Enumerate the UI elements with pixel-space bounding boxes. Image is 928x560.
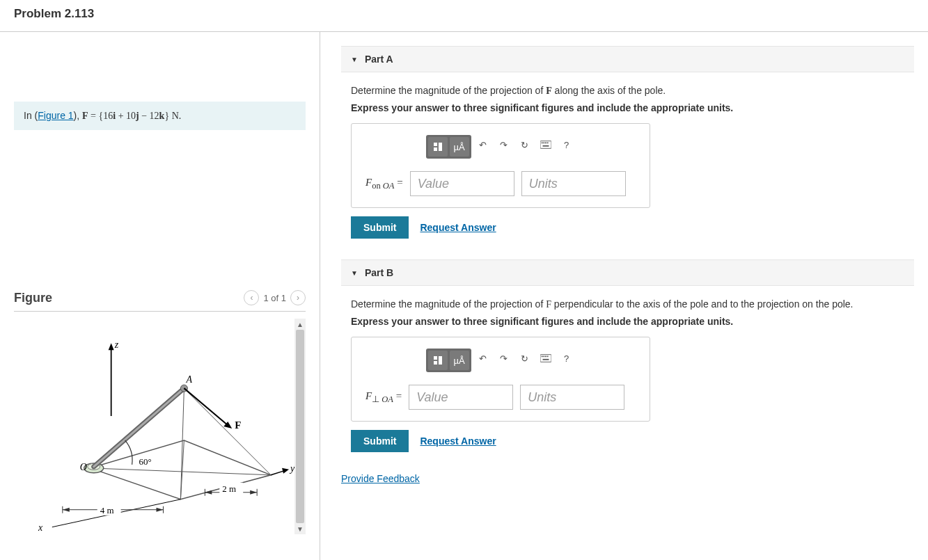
svg-rect-41: [434, 361, 437, 365]
keyboard-icon[interactable]: [537, 135, 555, 154]
svg-marker-21: [63, 508, 70, 512]
svg-line-13: [184, 388, 229, 426]
part-b-instruction: Determine the magnitude of the projectio…: [351, 298, 904, 310]
figure-section: Figure ‹ 1 of 1 ›: [14, 290, 306, 534]
part-a-units-input[interactable]: Units: [521, 171, 626, 196]
figure-header: Figure ‹ 1 of 1 ›: [14, 290, 306, 312]
svg-rect-35: [543, 142, 544, 143]
chevron-down-icon: ▼: [351, 56, 358, 63]
chevron-down-icon: ▼: [351, 269, 358, 277]
main-layout: In (Figure 1), F = {16i + 10j − 12k} N. …: [0, 32, 928, 560]
part-a-request-answer-link[interactable]: Request Answer: [420, 222, 496, 233]
angle-label: 60°: [139, 456, 152, 467]
keyboard-icon[interactable]: [537, 349, 555, 368]
svg-rect-47: [542, 359, 549, 360]
svg-rect-46: [546, 355, 548, 357]
left-column: In (Figure 1), F = {16i + 10j − 12k} N. …: [0, 32, 320, 560]
help-icon[interactable]: ?: [558, 349, 576, 368]
svg-rect-33: [540, 141, 551, 149]
right-column: ▼ Part A Determine the magnitude of the …: [320, 32, 928, 560]
axis-x-label: x: [38, 522, 43, 533]
scroll-thumb[interactable]: [296, 330, 304, 523]
part-b-label: Part B: [365, 267, 393, 278]
svg-marker-27: [205, 490, 212, 495]
pager-prev-button[interactable]: ‹: [244, 290, 259, 305]
units-icon[interactable]: µÅ: [450, 351, 469, 370]
part-b-submit-row: Submit Request Answer: [351, 430, 904, 452]
redo-icon[interactable]: ↷: [495, 135, 513, 154]
part-a-submit-button[interactable]: Submit: [351, 216, 409, 239]
part-a-instruction-bold: Express your answer to three significant…: [351, 102, 904, 113]
svg-marker-16: [282, 468, 289, 474]
template-icon[interactable]: [428, 351, 448, 370]
problem-title: Problem 2.113: [14, 7, 914, 21]
part-b-submit-button[interactable]: Submit: [351, 430, 409, 452]
figure-scrollbar[interactable]: ▲ ▼: [294, 319, 306, 534]
svg-rect-39: [434, 356, 437, 360]
undo-icon[interactable]: ↶: [474, 135, 492, 154]
pager-text: 1 of 1: [263, 293, 286, 303]
dim-4m-label: 4 m: [100, 505, 114, 515]
svg-rect-34: [541, 142, 542, 143]
template-icon[interactable]: [428, 137, 448, 157]
force-expression: F = {16i + 10j − 12k} N.: [82, 111, 181, 121]
part-b-request-answer-link[interactable]: Request Answer: [420, 435, 496, 447]
part-a-toolbar: µÅ ↶ ↷ ↻ ?: [365, 135, 636, 159]
redo-icon[interactable]: ↷: [495, 349, 513, 368]
part-a-submit-row: Submit Request Answer: [351, 216, 904, 239]
help-icon[interactable]: ?: [558, 135, 576, 154]
part-b-instruction-bold: Express your answer to three significant…: [351, 316, 904, 327]
info-prefix: In (: [24, 110, 38, 121]
svg-line-11: [94, 388, 184, 467]
svg-rect-31: [439, 143, 442, 151]
figure-title: Figure: [14, 291, 52, 305]
part-b-answer-label: F⊥ OA =: [365, 390, 402, 405]
figure-link[interactable]: Figure 1: [38, 110, 73, 121]
part-a-value-input[interactable]: Value: [410, 171, 514, 196]
part-a-answer-label: Fon OA =: [365, 177, 403, 191]
dim-2m-label: 2 m: [222, 483, 236, 494]
part-b-answer-row: F⊥ OA = Value Units: [365, 385, 636, 410]
info-suffix: ),: [74, 110, 82, 121]
point-a-label: A: [185, 374, 192, 385]
figure-pager: ‹ 1 of 1 ›: [244, 290, 306, 305]
svg-rect-36: [545, 142, 546, 143]
part-b-body: Determine the magnitude of the projectio…: [341, 298, 914, 473]
units-icon[interactable]: µÅ: [450, 137, 469, 157]
scroll-up-icon[interactable]: ▲: [294, 319, 306, 330]
svg-rect-32: [434, 147, 437, 151]
svg-rect-30: [434, 143, 437, 146]
svg-rect-44: [543, 355, 544, 357]
figure-diagram: z O A F y: [14, 319, 306, 534]
part-a-body: Determine the magnitude of the projectio…: [341, 85, 914, 259]
pager-next-button[interactable]: ›: [290, 290, 306, 305]
part-b-units-input[interactable]: Units: [520, 385, 624, 410]
svg-rect-43: [541, 355, 542, 357]
reset-icon[interactable]: ↻: [516, 135, 534, 154]
part-a-answer-box: µÅ ↶ ↷ ↻ ? Fon OA = Value Units: [351, 123, 650, 208]
part-b-header[interactable]: ▼ Part B: [341, 259, 914, 286]
tool-group-format: µÅ: [426, 135, 471, 159]
svg-line-4: [184, 388, 271, 475]
part-a-instruction: Determine the magnitude of the projectio…: [351, 85, 904, 97]
reset-icon[interactable]: ↻: [516, 349, 534, 368]
provide-feedback-link[interactable]: Provide Feedback: [341, 473, 420, 484]
axis-z-label: z: [114, 339, 119, 350]
part-b-answer-box: µÅ ↶ ↷ ↻ ? F⊥ OA = Value Units: [351, 337, 650, 422]
undo-icon[interactable]: ↶: [474, 349, 492, 368]
scroll-down-icon[interactable]: ▼: [294, 523, 306, 534]
problem-statement: In (Figure 1), F = {16i + 10j − 12k} N.: [14, 102, 306, 130]
part-a-answer-row: Fon OA = Value Units: [365, 171, 636, 196]
part-a-label: Part A: [365, 54, 393, 65]
part-a-header[interactable]: ▼ Part A: [341, 46, 914, 72]
svg-rect-40: [439, 356, 442, 365]
svg-marker-22: [157, 508, 164, 512]
page-header: Problem 2.113: [0, 0, 928, 32]
svg-rect-38: [542, 145, 549, 147]
svg-rect-37: [546, 142, 548, 143]
part-b-value-input[interactable]: Value: [409, 385, 513, 410]
svg-marker-28: [250, 490, 257, 495]
force-f-label: F: [235, 419, 241, 431]
point-o-label: O: [80, 462, 87, 472]
svg-rect-42: [540, 355, 551, 362]
